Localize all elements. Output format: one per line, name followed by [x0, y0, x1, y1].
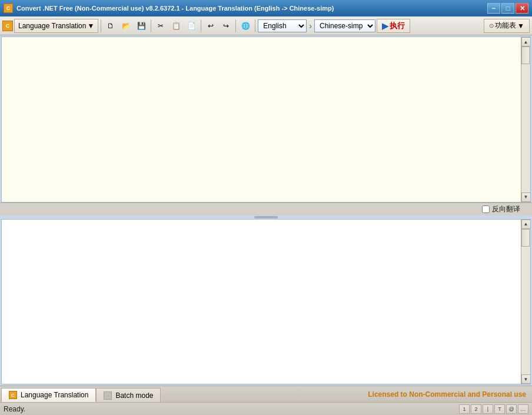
- toolbar-separator-1: [101, 19, 101, 32]
- app-label-text: Language Translation: [18, 22, 86, 30]
- target-scroll-down-button[interactable]: ▼: [521, 374, 531, 384]
- status-icon-1[interactable]: 1: [459, 404, 470, 414]
- target-scroll-up-button[interactable]: ▲: [521, 220, 531, 229]
- tab-lang-label: Language Translation: [21, 391, 88, 399]
- functions-dropdown-icon: ▼: [517, 22, 524, 30]
- functions-menu-button[interactable]: ⊙ 功能表 ▼: [484, 19, 530, 33]
- source-text-input[interactable]: [2, 37, 530, 202]
- status-icon-more[interactable]: …: [518, 404, 528, 414]
- paste-button[interactable]: 📄: [184, 19, 198, 33]
- tab-language-translation[interactable]: C Language Translation: [1, 388, 96, 402]
- target-language-select[interactable]: Chinese-simp Chinese-trad English French…: [314, 19, 375, 32]
- status-icon-t[interactable]: T: [494, 404, 505, 414]
- status-icon-line[interactable]: |: [483, 404, 493, 414]
- reverse-translation-checkbox[interactable]: [482, 205, 490, 213]
- license-text: Licensed to Non-Commercial and Personal …: [368, 390, 531, 399]
- target-scroll-track: [521, 229, 530, 375]
- execute-label: 执行: [390, 21, 405, 31]
- internet-button[interactable]: 🌐: [238, 19, 252, 33]
- scroll-thumb[interactable]: [521, 47, 530, 64]
- functions-label: 功能表: [495, 21, 516, 31]
- toolbar-separator-2: [151, 19, 151, 32]
- execute-icon: ▶: [382, 21, 388, 31]
- functions-icon: ⊙: [489, 22, 494, 29]
- scroll-up-button[interactable]: ▲: [521, 37, 531, 47]
- tab-lang-icon: C: [9, 391, 17, 399]
- toolbar-separator-3: [201, 19, 201, 32]
- target-text-input[interactable]: [2, 220, 530, 384]
- reverse-translation-label[interactable]: 反向翻译: [482, 204, 520, 214]
- tab-batch-icon: [104, 391, 112, 400]
- main-area: ▲ ▼ 反向翻译 ▲ ▼: [0, 35, 532, 386]
- toolbar-separator-4: [235, 19, 236, 32]
- maximize-button[interactable]: □: [501, 3, 514, 14]
- save-button[interactable]: 💾: [134, 19, 148, 33]
- splitter-handle: [254, 216, 278, 218]
- open-button[interactable]: 📂: [119, 19, 133, 33]
- app-label-button[interactable]: Language Translation ▼: [14, 19, 98, 33]
- copy-button[interactable]: 📋: [169, 19, 183, 33]
- tab-bar: C Language Translation Batch mode Licens…: [0, 386, 532, 402]
- tab-batch-mode[interactable]: Batch mode: [96, 388, 161, 402]
- target-scrollbar[interactable]: ▲ ▼: [521, 220, 530, 384]
- status-bar: Ready. 1 2 | T @ …: [0, 402, 532, 415]
- app-icon: C: [4, 4, 13, 13]
- scroll-track: [521, 47, 530, 192]
- lang-arrow-icon: ›: [308, 21, 313, 31]
- target-scroll-thumb[interactable]: [521, 229, 530, 247]
- status-icon-at[interactable]: @: [506, 404, 517, 414]
- execute-button[interactable]: ▶ 执行: [377, 19, 410, 33]
- window-title: Convert .NET Free (Non-Commercial use) v…: [16, 5, 334, 12]
- close-button[interactable]: ✕: [516, 3, 528, 14]
- source-scrollbar[interactable]: ▲ ▼: [521, 37, 530, 202]
- redo-button[interactable]: ↪: [219, 19, 233, 33]
- undo-button[interactable]: ↩: [204, 19, 218, 33]
- toolbar-separator-5: [255, 19, 255, 32]
- source-editor-pane: ▲ ▼: [1, 36, 531, 202]
- status-ready-text: Ready.: [4, 405, 25, 413]
- app-toolbar-icon: C: [2, 21, 13, 31]
- tab-batch-label: Batch mode: [115, 391, 153, 400]
- cut-button[interactable]: ✂: [154, 19, 168, 33]
- toolbar: C Language Translation ▼ 🗋 📂 💾 ✂ 📋 📄 ↩ ↪…: [0, 16, 532, 35]
- reverse-translation-bar: 反向翻译: [0, 202, 532, 215]
- scroll-down-button[interactable]: ▼: [521, 192, 531, 202]
- app-label-dropdown-icon: ▼: [87, 22, 94, 30]
- status-icons: 1 2 | T @ …: [459, 404, 528, 414]
- title-bar: C Convert .NET Free (Non-Commercial use)…: [0, 0, 532, 16]
- target-editor-pane: ▲ ▼: [1, 219, 531, 385]
- status-icon-2[interactable]: 2: [471, 404, 481, 414]
- new-button[interactable]: 🗋: [104, 19, 118, 33]
- title-controls: − □ ✕: [487, 3, 528, 14]
- source-language-select[interactable]: English French German Spanish Japanese: [258, 19, 307, 32]
- minimize-button[interactable]: −: [487, 3, 500, 14]
- reverse-translation-text: 反向翻译: [492, 204, 520, 214]
